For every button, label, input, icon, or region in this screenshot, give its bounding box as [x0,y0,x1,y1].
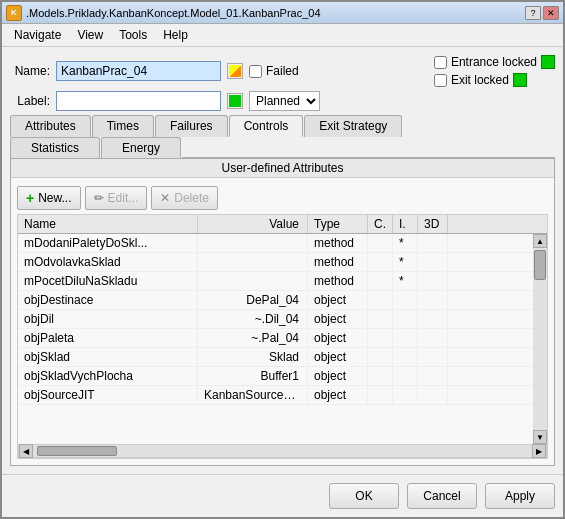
menu-view[interactable]: View [69,26,111,44]
cell-3d [418,329,448,347]
user-defined-label: User-defined Attributes [11,159,554,178]
cell-type: object [308,291,368,309]
table-row[interactable]: mPocetDiluNaSkladu method * [18,272,533,291]
menu-navigate[interactable]: Navigate [6,26,69,44]
cell-3d [418,234,448,252]
close-button[interactable]: ✕ [543,6,559,20]
cell-c [368,329,393,347]
label-label: Label: [10,94,50,108]
menu-tools[interactable]: Tools [111,26,155,44]
new-label: New... [38,191,71,205]
scroll-left-button[interactable]: ◀ [19,444,33,458]
table-row[interactable]: objDil ~.Dil_04 object [18,310,533,329]
apply-button[interactable]: Apply [485,483,555,509]
tab-content: User-defined Attributes + New... ✏ Edit.… [10,158,555,466]
entrance-locked-label: Entrance locked [451,55,537,69]
label-input[interactable] [56,91,221,111]
attributes-table: Name Value Type C. I. 3D mDodaniPaletyDo… [17,214,548,459]
cell-c [368,310,393,328]
horizontal-scrollbar[interactable]: ◀ ▶ [18,444,547,458]
vertical-scrollbar[interactable]: ▲ ▼ [533,234,547,444]
cell-c [368,348,393,366]
bottom-bar: OK Cancel Apply [2,474,563,517]
failed-label: Failed [266,64,299,78]
table-body: mDodaniPaletyDoSkl... method * mOdvolavk… [18,234,533,444]
col-type: Type [308,215,368,233]
tab-energy[interactable]: Energy [101,137,181,158]
cell-i [393,386,418,404]
entrance-locked-indicator [541,55,555,69]
tab-statistics[interactable]: Statistics [10,137,100,158]
cell-value [198,234,308,252]
scroll-right-button[interactable]: ▶ [532,444,546,458]
tab-times[interactable]: Times [92,115,154,137]
col-name: Name [18,215,198,233]
table-row[interactable]: mDodaniPaletyDoSkl... method * [18,234,533,253]
attribute-toolbar: + New... ✏ Edit... ✕ Delete [17,186,548,210]
tab-exit-strategy[interactable]: Exit Strategy [304,115,402,137]
label-color-button[interactable] [227,93,243,109]
cell-name: mOdvolavkaSklad [18,253,198,271]
entrance-locked-group: Entrance locked [434,55,555,69]
cell-i: * [393,253,418,271]
cell-3d [418,367,448,385]
cell-c [368,291,393,309]
new-button[interactable]: + New... [17,186,81,210]
tab-attributes[interactable]: Attributes [10,115,91,137]
col-c: C. [368,215,393,233]
name-input[interactable] [56,61,221,81]
cell-type: object [308,310,368,328]
table-header: Name Value Type C. I. 3D [18,215,547,234]
help-button[interactable]: ? [525,6,541,20]
content-area: Name: Failed Entrance locked Exit locked [2,47,563,474]
tab-row-2: Statistics Energy [10,137,555,158]
window-title: .Models.Priklady.KanbanKoncept.Model_01.… [26,7,525,19]
col-3d: 3D [418,215,448,233]
x-icon: ✕ [160,191,170,205]
failed-checkbox[interactable] [249,65,262,78]
tab-row-1: Attributes Times Failures Controls Exit … [10,115,555,137]
table-row[interactable]: objPaleta ~.Pal_04 object [18,329,533,348]
cell-type: object [308,329,368,347]
scroll-down-button[interactable]: ▼ [533,430,547,444]
cell-c [368,234,393,252]
edit-button[interactable]: ✏ Edit... [85,186,148,210]
ok-button[interactable]: OK [329,483,399,509]
menu-help[interactable]: Help [155,26,196,44]
tab-controls[interactable]: Controls [229,115,304,137]
cell-type: object [308,348,368,366]
window-icon: K [6,5,22,21]
table-row[interactable]: objSklad Sklad object [18,348,533,367]
cell-type: object [308,386,368,404]
h-scroll-thumb[interactable] [37,446,117,456]
label-row: Label: Planned Active Inactive [10,91,555,111]
planned-select[interactable]: Planned Active Inactive [249,91,320,111]
table-row[interactable]: mOdvolavkaSklad method * [18,253,533,272]
cell-value: ~.Dil_04 [198,310,308,328]
cell-name: objDestinace [18,291,198,309]
edit-label: Edit... [108,191,139,205]
cancel-button[interactable]: Cancel [407,483,477,509]
table-row[interactable]: objSourceJIT KanbanSource_04 object [18,386,533,405]
table-inner: Name Value Type C. I. 3D mDodaniPaletyDo… [18,215,547,458]
name-color-button[interactable] [227,63,243,79]
exit-locked-checkbox[interactable] [434,74,447,87]
scroll-thumb[interactable] [534,250,546,280]
failed-group: Failed [249,64,299,78]
cell-name: objSourceJIT [18,386,198,404]
tab-failures[interactable]: Failures [155,115,228,137]
entrance-locked-checkbox[interactable] [434,56,447,69]
exit-locked-group: Exit locked [434,73,555,87]
cell-c [368,253,393,271]
tabs-area: Attributes Times Failures Controls Exit … [10,115,555,466]
cell-value [198,272,308,290]
table-row[interactable]: objDestinace DePal_04 object [18,291,533,310]
plus-icon: + [26,190,34,206]
table-row[interactable]: objSkladVychPlocha Buffer1 object [18,367,533,386]
scroll-up-button[interactable]: ▲ [533,234,547,248]
right-checks: Entrance locked Exit locked [434,55,555,87]
title-bar: K .Models.Priklady.KanbanKoncept.Model_0… [2,2,563,24]
table-wrapper: mDodaniPaletyDoSkl... method * mOdvolavk… [18,234,547,444]
name-label: Name: [10,64,50,78]
delete-button[interactable]: ✕ Delete [151,186,218,210]
